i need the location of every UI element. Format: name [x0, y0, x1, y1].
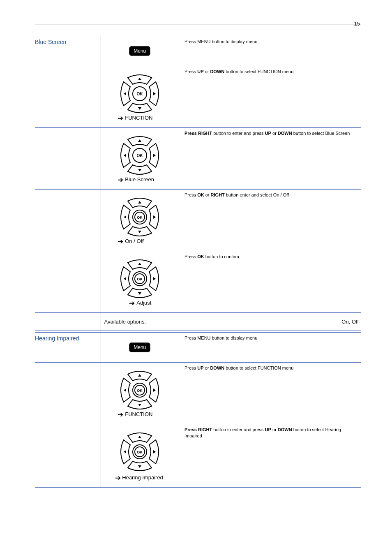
page-number: 15	[354, 21, 360, 27]
svg-text:OK: OK	[137, 153, 143, 158]
dpad-cell: OK ➔ FUNCTION	[101, 363, 179, 424]
action-label: Hearing Impaired	[122, 474, 163, 481]
instruction-table: Blue Screen Menu Press MENU button to di…	[35, 36, 361, 488]
action-arrow-row: ➔ Hearing Impaired	[104, 474, 176, 482]
action-label: FUNCTION	[125, 115, 152, 121]
dpad-icon: OK	[118, 195, 161, 239]
svg-text:OK: OK	[137, 450, 143, 454]
step4-desc: Press OK or RIGHT button enter and selec…	[179, 190, 361, 251]
group-title-hearing-impaired: Hearing Impaired	[35, 333, 101, 363]
dpad-cell: OK ➔ Hearing Impaired	[101, 424, 179, 488]
g2-step2-desc: Press UP or DOWN button to select FUNCTI…	[179, 363, 361, 424]
dpad-cell: OK ➔ FUNCTION	[101, 66, 179, 128]
options-label: Available options:	[101, 313, 179, 331]
group-title-blue-screen: Blue Screen	[35, 36, 101, 66]
options-values: On, Off	[179, 313, 361, 331]
g2-step3-desc: Press RIGHT button to enter and press UP…	[179, 424, 361, 488]
dpad-icon: OK	[118, 430, 161, 474]
action-label: FUNCTION	[125, 411, 152, 417]
dpad-icon: OK	[118, 134, 161, 177]
dpad-icon: OK	[118, 368, 161, 412]
step3-desc: Press RIGHT button to enter and press UP…	[179, 128, 361, 190]
menu-button-icon: Menu	[129, 342, 150, 352]
action-label: Blue Screen	[125, 176, 154, 183]
action-label: On / Off	[125, 238, 143, 244]
dpad-icon: OK	[118, 257, 161, 301]
svg-text:OK: OK	[137, 92, 143, 96]
svg-text:OK: OK	[137, 215, 143, 220]
svg-text:OK: OK	[137, 277, 143, 281]
dpad-cell: OK ➔ Adjust	[101, 251, 179, 313]
menu-button-cell: Menu	[101, 36, 179, 66]
dpad-cell: OK ➔ Blue Screen	[101, 128, 179, 190]
menu-button-cell: Menu	[101, 333, 179, 363]
g2-step1-desc: Press MENU button to display menu	[179, 333, 361, 363]
step1-desc: Press MENU button to display menu	[179, 36, 361, 66]
action-label: Adjust	[136, 300, 151, 306]
header-rule	[35, 25, 361, 25]
dpad-icon: OK	[118, 72, 161, 116]
menu-button-icon: Menu	[129, 46, 150, 56]
svg-text:OK: OK	[137, 388, 143, 393]
arrow-right-icon: ➔	[115, 474, 121, 482]
dpad-cell: OK ➔ On / Off	[101, 190, 179, 251]
step2-desc: Press UP or DOWN button to select FUNCTI…	[179, 66, 361, 128]
step5-desc: Press OK button to confirm	[179, 251, 361, 313]
